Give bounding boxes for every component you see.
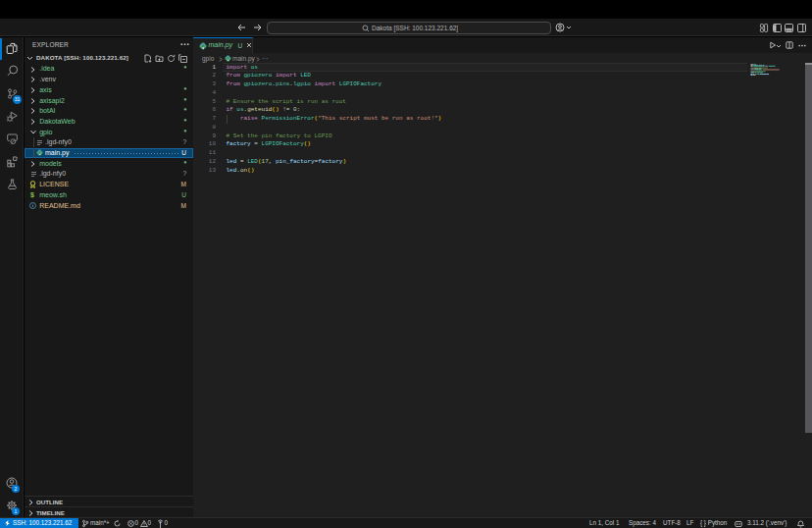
- svg-text:1: 1: [15, 508, 18, 514]
- svg-text:2: 2: [15, 486, 18, 492]
- svg-text:31: 31: [14, 96, 20, 102]
